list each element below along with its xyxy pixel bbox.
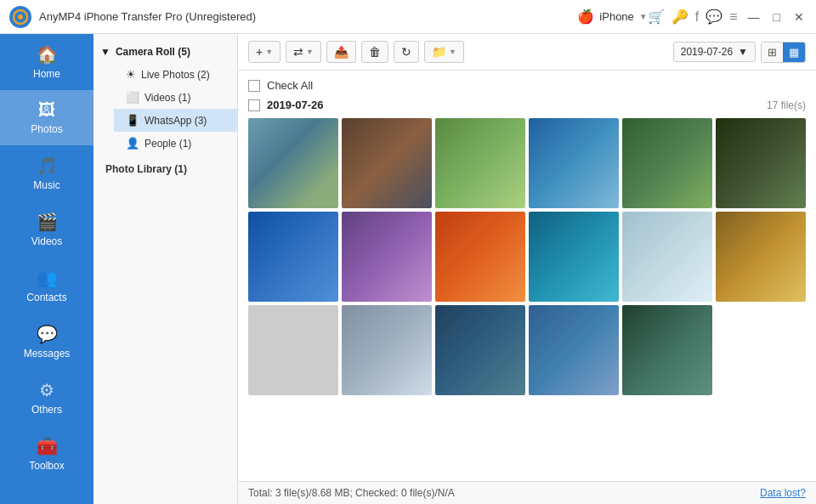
date-group-checkbox[interactable] [248,99,260,111]
transfer-icon: ⇄ [293,45,303,59]
toolbox-icon: 🧰 [37,436,58,456]
contacts-icon: 👥 [37,268,58,288]
photo-cell-11[interactable] [622,212,712,302]
content-panel: + ▼ ⇄ ▼ 📤 🗑 ↻ 📁 ▼ 2019-07-26 [238,34,816,504]
refresh-icon: ↻ [401,45,411,59]
maximize-button[interactable]: □ [770,8,784,25]
people-label: People (1) [144,138,191,150]
tree-item-people[interactable]: 👤 People (1) [114,132,237,155]
photo-cell-12[interactable] [716,212,806,302]
svg-point-2 [18,14,23,20]
whatsapp-label: WhatsApp (3) [144,115,207,127]
date-chevron-icon: ▼ [738,46,748,58]
tree-item-livephotos[interactable]: ☀ Live Photos (2) [114,63,237,86]
people-icon: 👤 [126,137,139,150]
sidebar-item-videos[interactable]: 🎬 Videos [0,201,94,258]
device-chevron-icon: ▼ [639,12,648,21]
folder-icon: 📁 [432,45,446,59]
photo-library-header[interactable]: Photo Library (1) [94,155,237,178]
view-list-button[interactable]: ▦ [783,42,805,62]
device-selector[interactable]: 🍎 iPhone ▼ [577,8,647,25]
photo-cell-13[interactable] [248,305,338,395]
key-icon[interactable]: 🔑 [672,8,688,25]
facebook-icon[interactable]: f [695,9,699,25]
cart-icon[interactable]: 🛒 [648,8,665,25]
folder-button[interactable]: 📁 ▼ [424,41,464,63]
music-icon: 🎵 [37,156,58,176]
photo-library-label: Photo Library (1) [105,163,187,175]
photo-cell-15[interactable] [435,305,525,395]
sidebar-label-photos: Photos [31,123,62,135]
toolbar: + ▼ ⇄ ▼ 📤 🗑 ↻ 📁 ▼ 2019-07-26 [238,34,816,71]
sidebar-label-contacts: Contacts [26,292,66,303]
view-grid-button[interactable]: ⊞ [762,42,783,62]
sidebar-label-toolbox: Toolbox [29,460,64,472]
sidebar-label-videos: Videos [31,235,62,247]
delete-button[interactable]: 🗑 [361,41,388,63]
home-icon: 🏠 [37,44,58,65]
close-button[interactable]: ✕ [790,8,808,25]
camera-roll-label: Camera Roll (5) [116,46,190,58]
sidebar-item-toolbox[interactable]: 🧰 Toolbox [0,426,94,482]
others-icon: ⚙ [39,380,54,400]
file-count: 17 file(s) [767,99,806,111]
videos-label: Videos (1) [144,92,190,104]
refresh-button[interactable]: ↻ [394,41,419,63]
messages-icon: 💬 [37,324,58,344]
photo-cell-2[interactable] [342,118,432,208]
titlebar-actions: 🛒 🔑 f 💬 ≡ — □ ✕ [648,8,808,25]
statusbar: Total: 3 file(s)/8.68 MB; Checked: 0 fil… [238,481,816,504]
add-chevron-icon: ▼ [265,48,273,56]
date-selector[interactable]: 2019-07-26 ▼ [673,42,756,62]
photo-cell-4[interactable] [529,118,619,208]
video-file-icon: ⬜ [126,91,139,104]
photo-cell-3[interactable] [435,118,525,208]
photo-cell-5[interactable] [622,118,712,208]
add-button[interactable]: + ▼ [248,41,280,63]
sidebar-label-others: Others [31,404,62,416]
date-label: 2019-07-26 [267,99,324,111]
tree-item-videos[interactable]: ⬜ Videos (1) [114,86,237,109]
sidebar-item-home[interactable]: 🏠 Home [0,34,94,90]
photo-cell-16[interactable] [529,305,619,395]
sidebar-item-messages[interactable]: 💬 Messages [0,314,94,370]
sidebar-label-music: Music [33,179,60,191]
photo-grid [248,118,806,395]
transfer-button[interactable]: ⇄ ▼ [286,41,321,63]
main-layout: 🏠 Home 🖼 Photos 🎵 Music 🎬 Videos 👥 Conta… [0,34,816,504]
sidebar-item-photos[interactable]: 🖼 Photos [0,90,94,145]
menu-icon[interactable]: ≡ [729,9,737,25]
photo-cell-7[interactable] [248,212,338,302]
app-title: AnyMP4 iPhone Transfer Pro (Unregistered… [39,10,577,23]
date-value: 2019-07-26 [681,46,733,58]
data-lost-link[interactable]: Data lost? [760,487,806,499]
folder-chevron-icon: ▼ [449,48,456,56]
device-name: iPhone [599,10,633,23]
tree-item-whatsapp[interactable]: 📱 WhatsApp (3) [114,109,237,132]
sidebar-item-others[interactable]: ⚙ Others [0,370,94,426]
sidebar-item-contacts[interactable]: 👥 Contacts [0,258,94,314]
photo-cell-14[interactable] [342,305,432,395]
photo-cell-17[interactable] [622,305,712,395]
minimize-button[interactable]: — [745,8,763,25]
date-header-row: 2019-07-26 17 file(s) [248,99,806,111]
app-logo [8,5,32,29]
photo-cell-10[interactable] [529,212,619,302]
export-icon: 📤 [334,45,348,59]
status-text: Total: 3 file(s)/8.68 MB; Checked: 0 fil… [248,487,455,499]
delete-icon: 🗑 [369,45,381,59]
chat-icon[interactable]: 💬 [706,8,722,25]
photo-area: Check All 2019-07-26 17 file(s) [238,71,816,481]
sidebar-item-music[interactable]: 🎵 Music [0,145,94,201]
photo-cell-8[interactable] [342,212,432,302]
camera-roll-header[interactable]: ▼ Camera Roll (5) [94,41,237,63]
export-button[interactable]: 📤 [326,41,356,63]
check-all-checkbox[interactable] [248,80,260,92]
photo-cell-1[interactable] [248,118,338,208]
sidebar-label-messages: Messages [24,348,71,360]
photo-cell-9[interactable] [435,212,525,302]
livephotos-label: Live Photos (2) [141,69,210,81]
photo-cell-6[interactable] [716,118,806,208]
add-icon: + [256,45,263,59]
check-all-label: Check All [267,79,313,92]
